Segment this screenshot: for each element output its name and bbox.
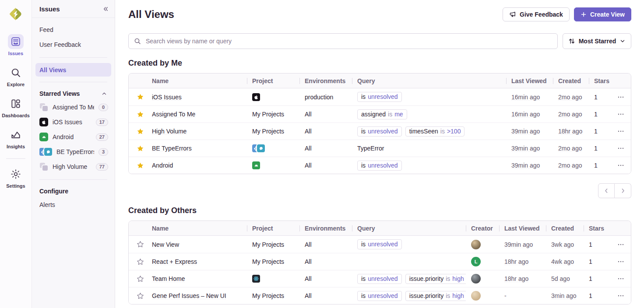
create-view-button[interactable]: Create View xyxy=(574,7,631,21)
project-label: My Projects xyxy=(252,241,284,248)
primary-nav: IssuesExploreDashboardsInsightsSettings xyxy=(0,0,32,308)
sort-dropdown[interactable]: Most Starred xyxy=(563,33,631,49)
apple-project-icon xyxy=(39,118,48,126)
nav-item-settings[interactable]: Settings xyxy=(2,167,30,189)
table-row[interactable]: New ViewMy ProjectsAllisunresolved39min … xyxy=(129,236,631,253)
name-cell: High Volume xyxy=(152,128,247,135)
overflow-menu-icon[interactable] xyxy=(616,239,626,250)
query-token: unresolved xyxy=(368,292,398,299)
actions-cell xyxy=(610,92,631,102)
last-viewed-value: 39min ago xyxy=(511,128,540,135)
last-viewed-cell: 39min ago xyxy=(506,162,553,169)
overflow-menu-icon[interactable] xyxy=(616,290,626,301)
actions-cell xyxy=(610,109,631,119)
overflow-menu-icon[interactable] xyxy=(616,143,626,154)
give-feedback-button[interactable]: Give Feedback xyxy=(503,7,570,21)
search-icon xyxy=(134,38,141,45)
name-cell: New View xyxy=(152,241,247,248)
query-token: unresolved xyxy=(368,241,398,248)
sidebar-nav-group: FeedUser Feedback xyxy=(32,18,115,52)
page-title: All Views xyxy=(128,8,174,21)
project-label: My Projects xyxy=(252,111,284,118)
environments-cell: All xyxy=(299,128,352,135)
sidebar-item-label: Alerts xyxy=(39,201,55,208)
starred-view-high-volume[interactable]: High Volume77 xyxy=(32,159,115,174)
view-name-link[interactable]: New View xyxy=(152,241,179,248)
issue-count-badge: 0 xyxy=(99,104,108,111)
table-row[interactable]: Gene Perf Issues – New UIMy ProjectsAlli… xyxy=(129,287,631,304)
sidebar-item-user-feedback[interactable]: User Feedback xyxy=(32,37,115,52)
star-filled-icon[interactable] xyxy=(137,93,144,101)
table-row[interactable]: iOS Issuesproductionisunresolved16min ag… xyxy=(129,88,631,105)
sidebar-item-feed[interactable]: Feed xyxy=(32,22,115,37)
view-name-link[interactable]: React + Express xyxy=(152,258,197,265)
query-chip: isunresolved xyxy=(357,274,402,284)
issue-count-badge: 27 xyxy=(96,133,108,141)
query-chip: timesSeenis>100 xyxy=(405,126,465,136)
issues-icon xyxy=(8,34,24,49)
nav-item-insights[interactable]: Insights xyxy=(2,127,30,149)
overflow-menu-icon[interactable] xyxy=(616,256,626,267)
collapse-sidebar-button[interactable] xyxy=(102,6,109,12)
query-token: is xyxy=(440,128,445,135)
overflow-menu-icon[interactable] xyxy=(616,160,626,171)
nav-item-explore[interactable]: Explore xyxy=(2,65,30,87)
overflow-menu-icon[interactable] xyxy=(616,273,626,284)
double-chevron-left-icon xyxy=(102,6,109,12)
query-token: is xyxy=(361,162,366,169)
table-row[interactable]: High VolumeMy ProjectsAllisunresolvedtim… xyxy=(129,122,631,140)
create-view-label: Create View xyxy=(590,11,625,18)
star-filled-icon[interactable] xyxy=(137,128,144,135)
overflow-menu-icon[interactable] xyxy=(616,126,626,136)
view-name-link[interactable]: Gene Perf Issues – New UI xyxy=(152,292,226,299)
overflow-menu-icon[interactable] xyxy=(616,109,626,119)
android-project-icon xyxy=(39,133,48,141)
star-outline-icon[interactable] xyxy=(137,258,144,266)
table-row[interactable]: React + ExpressMy ProjectsAllL18hr ago4w… xyxy=(129,253,631,270)
nav-item-dashboards[interactable]: Dashboards xyxy=(2,96,30,118)
view-name-link[interactable]: BE TypeErrors xyxy=(152,145,192,152)
creator-avatar xyxy=(471,274,481,284)
sidebar-item-all-views[interactable]: All Views xyxy=(35,63,111,77)
view-name-link[interactable]: Assigned To Me xyxy=(152,111,195,118)
app-logo[interactable] xyxy=(7,6,24,24)
previous-page-button[interactable] xyxy=(598,183,615,198)
starred-view-label: Android xyxy=(53,133,91,140)
created-value: 2mo ago xyxy=(558,111,582,118)
starred-view-ios-issues[interactable]: iOS Issues17 xyxy=(32,115,115,130)
sidebar-divider xyxy=(39,82,107,82)
collapse-starred-views-button[interactable] xyxy=(101,91,107,97)
table-row[interactable]: AndroidAllisunresolved39min ago2mo ago1 xyxy=(129,157,631,174)
next-page-button[interactable] xyxy=(615,183,631,198)
star-filled-icon[interactable] xyxy=(137,145,144,152)
table-row[interactable]: Assigned To MeMy ProjectsAllassignedisme… xyxy=(129,105,631,122)
created-cell: 3min ago xyxy=(546,292,584,299)
starred-view-label: BE TypeErrors xyxy=(56,148,94,155)
star-outline-icon[interactable] xyxy=(137,275,144,283)
view-name-link[interactable]: iOS Issues xyxy=(152,94,182,101)
star-outline-icon[interactable] xyxy=(137,241,144,248)
sidebar-item-label: User Feedback xyxy=(39,41,81,48)
overflow-menu-icon[interactable] xyxy=(616,92,626,102)
stars-count: 1 xyxy=(584,241,610,248)
view-name-link[interactable]: Android xyxy=(152,162,173,169)
nav-item-issues[interactable]: Issues xyxy=(2,34,30,56)
table-row[interactable]: BE TypeErrorsAllTypeError39min ago2mo ag… xyxy=(129,140,631,157)
view-name-link[interactable]: High Volume xyxy=(152,128,187,135)
created-value: 2mo ago xyxy=(558,94,582,101)
project-label: My Projects xyxy=(252,258,284,265)
sidebar-item-alerts[interactable]: Alerts xyxy=(32,197,115,212)
stars-count: 1 xyxy=(589,145,610,152)
query-text: TypeError xyxy=(357,145,384,152)
view-name-link[interactable]: Team Home xyxy=(152,275,185,282)
search-input[interactable] xyxy=(145,37,552,45)
starred-view-android[interactable]: Android27 xyxy=(32,130,115,144)
table-row[interactable]: Team HomeAllisunresolvedissue.priorityis… xyxy=(129,270,631,287)
starred-view-be-typeerrors[interactable]: BE TypeErrors3 xyxy=(32,144,115,159)
star-outline-icon[interactable] xyxy=(137,292,144,300)
starred-view-assigned-to-me[interactable]: Assigned To Me0 xyxy=(32,100,115,115)
last-viewed-cell: 39min ago xyxy=(506,145,553,152)
app-root: IssuesExploreDashboardsInsightsSettings … xyxy=(0,0,644,308)
star-filled-icon[interactable] xyxy=(137,111,144,118)
star-filled-icon[interactable] xyxy=(137,162,144,169)
